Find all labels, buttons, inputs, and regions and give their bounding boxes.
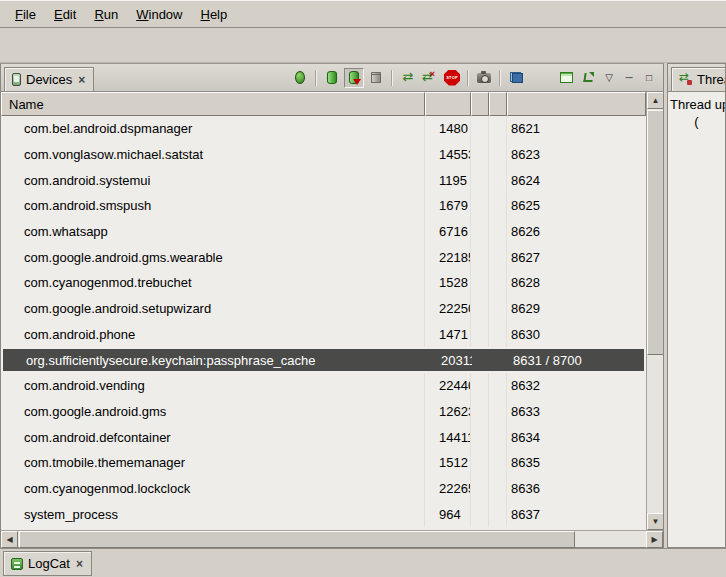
table-row[interactable]: com.cyanogenmod.lockclock222658636 xyxy=(1,476,646,502)
process-spacer xyxy=(489,270,507,296)
screen-capture-icon[interactable] xyxy=(474,68,494,88)
stop-process-icon[interactable]: STOP xyxy=(442,68,462,88)
vertical-scroll-thumb[interactable] xyxy=(647,110,663,355)
tab-threads[interactable]: Threads xyxy=(671,67,726,91)
process-port: 8627 xyxy=(507,244,646,270)
process-pid: 22250 xyxy=(425,296,471,322)
process-spacer xyxy=(471,142,489,168)
process-spacer xyxy=(489,219,507,245)
column-header-port[interactable] xyxy=(507,92,646,116)
menu-window[interactable]: Window xyxy=(127,4,191,25)
table-row[interactable]: com.android.defcontainer144118634 xyxy=(1,424,646,450)
menu-run[interactable]: Run xyxy=(85,4,127,25)
horizontal-scrollbar[interactable]: ◀ ▶ xyxy=(1,530,663,547)
horizontal-scroll-thumb[interactable] xyxy=(19,531,575,548)
table-header: Name xyxy=(1,92,646,116)
process-name: com.vonglasow.michael.satstat xyxy=(1,142,425,168)
process-pid: 1471 xyxy=(425,322,471,348)
scroll-right-icon[interactable]: ▶ xyxy=(646,531,663,548)
process-spacer xyxy=(471,116,489,142)
process-spacer xyxy=(471,476,489,502)
process-pid: 6716 xyxy=(425,219,471,245)
process-port: 8626 xyxy=(507,219,646,245)
process-name: system_process xyxy=(1,501,425,527)
tab-threads-label: Threads xyxy=(697,72,726,87)
scroll-left-icon[interactable]: ◀ xyxy=(1,531,18,548)
tab-devices-close-icon[interactable]: × xyxy=(77,73,86,87)
tree-capture-icon[interactable] xyxy=(578,68,598,88)
process-spacer xyxy=(489,476,507,502)
column-header-name[interactable]: Name xyxy=(1,92,425,116)
process-spacer xyxy=(471,501,489,527)
process-port: 8633 xyxy=(507,399,646,425)
tab-logcat[interactable]: LogCat × xyxy=(3,551,92,576)
process-pid: 1679 xyxy=(425,193,471,219)
main-toolbar xyxy=(0,28,726,63)
update-heap-icon[interactable] xyxy=(322,68,342,88)
process-pid: 22265 xyxy=(425,476,471,502)
tab-devices[interactable]: Devices × xyxy=(4,67,94,91)
table-row[interactable]: com.android.smspush16798625 xyxy=(1,193,646,219)
process-pid: 1528 xyxy=(425,270,471,296)
process-spacer xyxy=(473,349,491,371)
process-name: com.bel.android.dspmanager xyxy=(1,116,425,142)
table-row[interactable]: com.bel.android.dspmanager14808621 xyxy=(1,116,646,142)
table-row[interactable]: com.tmobile.thememanager15128635 xyxy=(1,450,646,476)
column-header-spacer1[interactable] xyxy=(471,92,489,116)
table-row[interactable]: com.android.vending224408632 xyxy=(1,373,646,399)
table-row[interactable]: com.whatsapp67168626 xyxy=(1,219,646,245)
table-row[interactable]: com.android.systemui11958624 xyxy=(1,167,646,193)
process-name: com.google.android.setupwizard xyxy=(1,296,425,322)
dump-hprof-icon[interactable] xyxy=(344,68,364,88)
process-spacer xyxy=(489,373,507,399)
ui-hierarchy-icon[interactable] xyxy=(506,68,526,88)
table-row[interactable]: com.cyanogenmod.trebuchet15288628 xyxy=(1,270,646,296)
menu-help[interactable]: Help xyxy=(191,4,236,25)
table-row[interactable]: org.sufficientlysecure.keychain:passphra… xyxy=(1,347,646,373)
maximize-icon[interactable]: □ xyxy=(640,72,658,83)
process-port: 8632 xyxy=(507,373,646,399)
process-port: 8629 xyxy=(507,296,646,322)
column-header-spacer2[interactable] xyxy=(489,92,507,116)
threads-message-line1: Thread up xyxy=(670,96,723,113)
process-pid: 1480 xyxy=(425,116,471,142)
table-row[interactable]: com.android.phone14718630 xyxy=(1,322,646,348)
vertical-scrollbar[interactable]: ▲ ▼ xyxy=(646,92,663,530)
scroll-up-icon[interactable]: ▲ xyxy=(647,92,663,109)
scroll-down-icon[interactable]: ▼ xyxy=(647,513,663,530)
table-row[interactable]: com.google.android.gms126238633 xyxy=(1,399,646,425)
device-icon xyxy=(12,73,21,86)
debug-process-icon[interactable] xyxy=(290,68,310,88)
view-menu-icon[interactable]: ▽ xyxy=(600,72,618,83)
table-row[interactable]: com.google.android.gms.wearable221858627 xyxy=(1,244,646,270)
menu-edit[interactable]: Edit xyxy=(45,4,85,25)
table-row[interactable]: system_process9648637 xyxy=(1,501,646,527)
menu-file[interactable]: File xyxy=(6,4,45,25)
threads-message-line2: ( xyxy=(670,113,723,130)
devices-tab-bar: Devices × ⇄ ⇄ STOP xyxy=(1,64,663,92)
devices-toolbar: ⇄ ⇄ STOP ▽ ─ □ xyxy=(290,68,663,88)
update-threads-icon[interactable]: ⇄ xyxy=(398,68,418,88)
cause-gc-icon[interactable] xyxy=(366,68,386,88)
table-row[interactable]: com.vonglasow.michael.satstat145538623 xyxy=(1,142,646,168)
process-port: 8637 xyxy=(507,501,646,527)
toolbar-separator xyxy=(499,70,501,86)
process-name: com.google.android.gms xyxy=(1,399,425,425)
start-method-profiling-icon[interactable]: ⇄ xyxy=(420,68,440,88)
tab-logcat-close-icon[interactable]: × xyxy=(75,557,84,571)
column-header-pid[interactable] xyxy=(425,92,471,116)
process-name: com.tmobile.thememanager xyxy=(1,450,425,476)
process-port: 8636 xyxy=(507,476,646,502)
process-pid: 964 xyxy=(425,501,471,527)
table-row[interactable]: com.google.android.setupwizard222508629 xyxy=(1,296,646,322)
process-spacer xyxy=(489,116,507,142)
process-name: org.sufficientlysecure.keychain:passphra… xyxy=(3,349,427,371)
process-spacer xyxy=(471,167,489,193)
minimize-icon[interactable]: ─ xyxy=(620,72,638,83)
threads-message: Thread up ( xyxy=(668,92,725,547)
process-spacer xyxy=(471,193,489,219)
process-spacer xyxy=(471,450,489,476)
capture-system-info-icon[interactable] xyxy=(556,68,576,88)
process-spacer xyxy=(489,296,507,322)
logcat-icon xyxy=(11,558,23,570)
